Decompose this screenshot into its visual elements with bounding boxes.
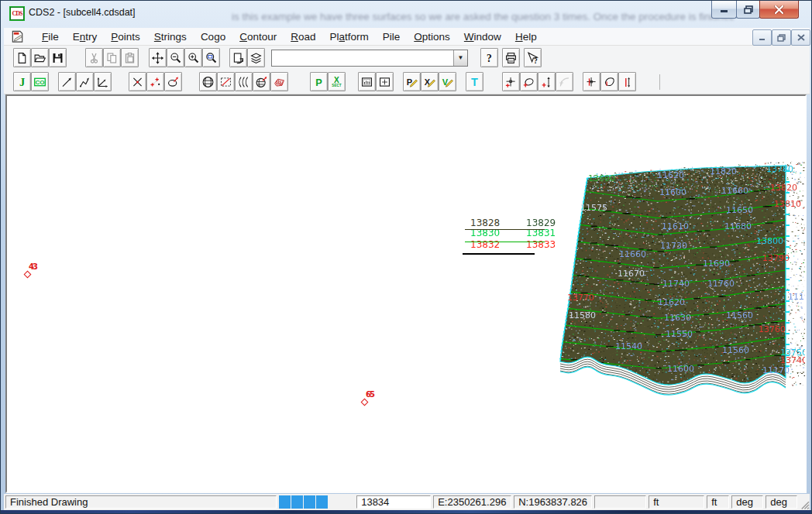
help-button[interactable]: ? bbox=[480, 48, 498, 67]
section-view-button[interactable] bbox=[217, 72, 235, 91]
restore-icon bbox=[744, 5, 753, 14]
status-message: Finished Drawing bbox=[5, 495, 277, 509]
menu-strings[interactable]: Strings bbox=[147, 29, 194, 44]
plot-preview-button[interactable] bbox=[358, 72, 376, 91]
legend-line bbox=[463, 253, 535, 255]
svg-text:SECT: SECT bbox=[332, 84, 342, 87]
save-button[interactable] bbox=[49, 48, 67, 67]
point-search-combo[interactable]: ▼ bbox=[271, 50, 468, 67]
point-marker-symbol bbox=[24, 271, 32, 279]
legend-line bbox=[465, 242, 545, 242]
layers-button[interactable] bbox=[247, 48, 265, 67]
mdi-minimize-button[interactable] bbox=[752, 29, 772, 46]
zoom-out-button[interactable] bbox=[167, 48, 184, 67]
point-elevation-button[interactable] bbox=[618, 72, 636, 91]
draw-axes-button[interactable] bbox=[94, 72, 112, 91]
menu-pile[interactable]: Pile bbox=[376, 29, 408, 44]
new-file-button[interactable] bbox=[13, 48, 31, 67]
menu-options[interactable]: Options bbox=[407, 29, 457, 44]
edit-points-button[interactable] bbox=[146, 72, 164, 91]
application-window: is this example we have three surfaces s… bbox=[0, 0, 812, 514]
progress-block bbox=[316, 495, 328, 509]
easting-readout: E:2350261.296 bbox=[433, 495, 511, 509]
open-folder-button[interactable] bbox=[31, 48, 49, 67]
cut-button bbox=[85, 48, 103, 67]
delete-point-button[interactable] bbox=[129, 72, 146, 91]
mesh-grid-button[interactable] bbox=[270, 72, 288, 91]
redraw-page-button[interactable] bbox=[229, 48, 247, 67]
toolbar-standard: ▼?? bbox=[4, 46, 810, 70]
edit-string-pencil-button[interactable]: X bbox=[421, 72, 439, 91]
minimize-icon bbox=[720, 5, 729, 13]
unit-panel-height: ft bbox=[707, 495, 729, 509]
drawing-canvas-area[interactable]: 4365138281382913830138311383213833 bbox=[5, 94, 807, 493]
menu-road[interactable]: Road bbox=[284, 29, 322, 44]
svg-text:T: T bbox=[471, 76, 478, 88]
context-help-button[interactable]: ? bbox=[524, 48, 542, 67]
menu-cogo[interactable]: Cogo bbox=[194, 29, 232, 44]
svg-text:J: J bbox=[19, 76, 25, 88]
unit-panel-distance: ft bbox=[649, 495, 704, 509]
menu-bar: FileEntryPointsStringsCogoContourRoadPla… bbox=[4, 28, 810, 46]
edit-point-pencil-button[interactable]: P bbox=[403, 72, 421, 91]
menu-help[interactable]: Help bbox=[508, 29, 544, 44]
svg-text:CO: CO bbox=[35, 78, 44, 85]
mdi-restore-icon bbox=[777, 34, 786, 42]
close-icon bbox=[774, 5, 784, 14]
cogo-co-button[interactable]: CO bbox=[31, 72, 49, 91]
close-string-button[interactable] bbox=[600, 72, 618, 91]
window-title: CDS2 - [subcell4.cdsdat] bbox=[29, 7, 136, 18]
cross-section-button[interactable]: XSECT bbox=[328, 72, 346, 91]
mdi-restore-button[interactable] bbox=[772, 29, 791, 46]
progress-block bbox=[291, 495, 303, 509]
menu-entry[interactable]: Entry bbox=[66, 29, 105, 44]
draw-line-button[interactable] bbox=[58, 72, 76, 91]
menu-window[interactable]: Window bbox=[457, 29, 508, 44]
paste-button bbox=[121, 48, 139, 67]
point-marker-symbol bbox=[361, 399, 369, 406]
point-number-field[interactable]: 13834 bbox=[356, 495, 431, 509]
maximize-button[interactable] bbox=[736, 1, 760, 19]
window-bottom-frame bbox=[1, 510, 812, 514]
edit-vertex-pencil-button[interactable]: V bbox=[439, 72, 456, 91]
joins-j-button[interactable]: J bbox=[13, 72, 31, 91]
toolbar-separator bbox=[659, 74, 660, 90]
blank-panel bbox=[594, 495, 646, 509]
text-display-button[interactable]: T bbox=[466, 72, 483, 91]
point-cloud-canvas bbox=[542, 154, 807, 402]
svg-text:?: ? bbox=[534, 57, 538, 65]
zoom-in-button[interactable] bbox=[184, 48, 202, 67]
zoom-window-button[interactable] bbox=[202, 48, 220, 67]
plot-extents-button[interactable] bbox=[376, 72, 394, 91]
combo-dropdown-arrow[interactable]: ▼ bbox=[453, 50, 467, 66]
draw-polyline-button[interactable] bbox=[76, 72, 94, 91]
menu-platform[interactable]: Platform bbox=[322, 29, 375, 44]
menu-points[interactable]: Points bbox=[104, 29, 147, 44]
add-point-button[interactable] bbox=[502, 72, 520, 91]
surface-rotate-button[interactable] bbox=[253, 72, 270, 91]
status-bar: Finished Drawing 13834 E:2350261.296 N:1… bbox=[4, 494, 810, 510]
svg-text:P: P bbox=[315, 76, 322, 87]
minimize-button[interactable] bbox=[711, 1, 737, 19]
copy-button bbox=[103, 48, 121, 67]
close-button[interactable] bbox=[759, 1, 799, 19]
surface-contour-button[interactable] bbox=[199, 72, 217, 91]
menu-contour[interactable]: Contour bbox=[232, 29, 284, 44]
legend-point-number: 13829 bbox=[526, 218, 556, 228]
mdi-minimize-icon bbox=[759, 34, 766, 41]
mdi-close-button[interactable] bbox=[791, 29, 810, 46]
point-search-input[interactable] bbox=[272, 50, 453, 66]
menu-file[interactable]: File bbox=[35, 29, 66, 44]
move-point-elevation-button[interactable] bbox=[538, 72, 556, 91]
pan-button[interactable] bbox=[149, 48, 167, 67]
legend-point-number: 13828 bbox=[470, 218, 500, 228]
contour-lines-button[interactable] bbox=[235, 72, 253, 91]
print-button[interactable] bbox=[502, 48, 520, 67]
progress-block bbox=[279, 495, 291, 509]
resize-grip[interactable] bbox=[800, 499, 810, 510]
circle-bearing-button[interactable] bbox=[164, 72, 182, 91]
northing-readout: N:1963837.826 bbox=[514, 495, 592, 509]
points-display-button[interactable]: P bbox=[310, 72, 328, 91]
add-string-point-button[interactable] bbox=[520, 72, 538, 91]
snap-point-button[interactable] bbox=[583, 72, 600, 91]
